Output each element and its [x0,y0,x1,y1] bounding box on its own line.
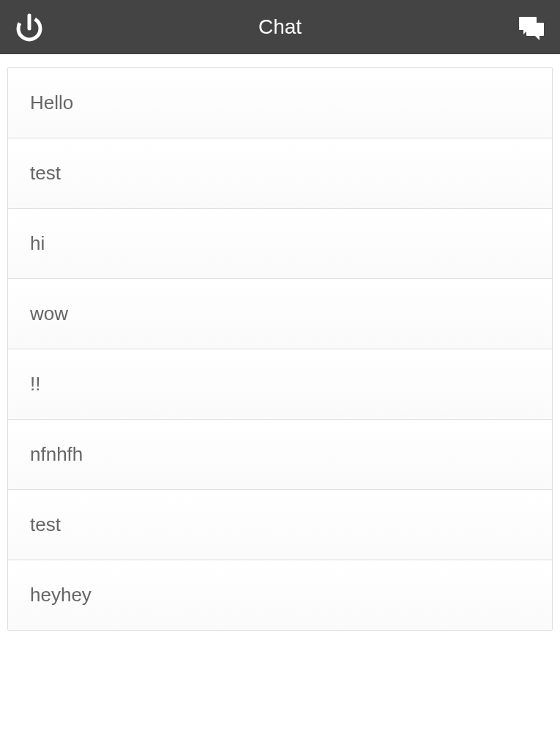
message-item[interactable]: !! [8,349,552,420]
message-item[interactable]: heyhey [8,560,552,630]
message-item[interactable]: hi [8,209,552,279]
svg-rect-3 [526,23,544,36]
chat-icon[interactable] [515,11,547,43]
message-item[interactable]: wow [8,279,552,349]
header-bar: Chat [0,0,560,54]
message-item[interactable]: test [8,138,552,209]
message-list: Hello test hi wow !! nfnhfh test heyhey [7,67,553,631]
page-title: Chat [258,15,302,39]
content-area: Hello test hi wow !! nfnhfh test heyhey [0,54,560,631]
message-item[interactable]: test [8,490,552,560]
message-item[interactable]: nfnhfh [8,420,552,490]
power-icon[interactable] [13,11,45,43]
message-item[interactable]: Hello [8,68,552,138]
